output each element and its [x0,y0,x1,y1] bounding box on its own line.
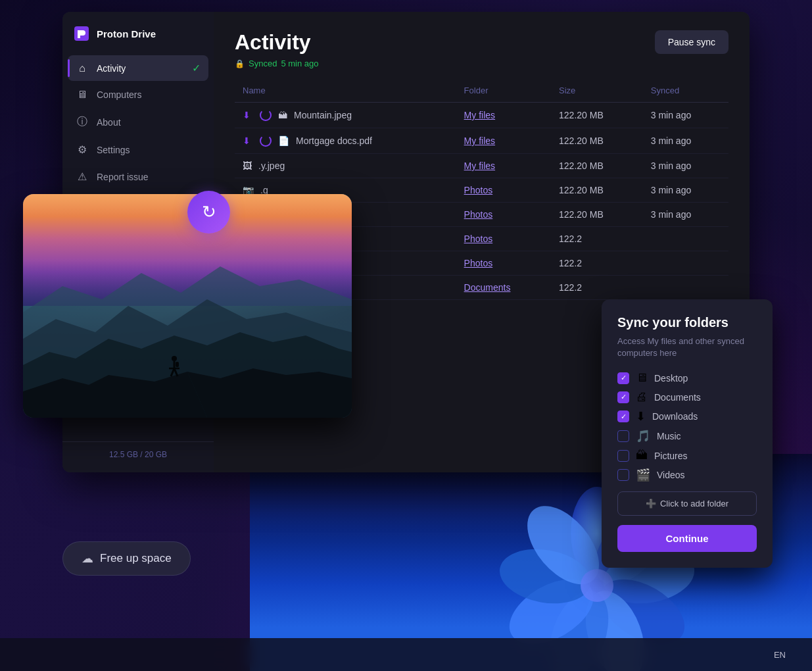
sync-status: 🔒 Synced 5 min ago [235,59,318,68]
col-size: Size [551,79,643,103]
sync-status-text: Synced [249,59,277,68]
file-size: 122.20 MB [551,103,643,128]
file-name: .y.jpeg [258,161,285,171]
file-synced: 3 min ago [643,128,728,154]
sync-icon: ↻ [202,202,216,222]
music-icon: 🎵 [636,429,650,443]
add-folder-label: Click to add folder [660,499,728,509]
file-synced [643,276,728,300]
folder-list: 🖥 Desktop 🖨 Documents ⬇ Downloads 🎵 Musi… [617,371,757,482]
sidebar-item-settings[interactable]: ⚙ Settings [68,137,208,162]
svg-point-17 [172,356,177,361]
file-synced: 3 min ago [643,154,728,178]
downloads-label: Downloads [652,411,698,422]
folder-item-music: 🎵 Music [617,429,757,443]
folder-link[interactable]: My files [464,161,495,171]
file-size: 122.20 MB [551,128,643,154]
pictures-checkbox[interactable] [617,450,629,462]
folder-link[interactable]: Documents [464,282,511,293]
folder-link[interactable]: Photos [464,234,493,244]
mountain-svg [23,239,352,418]
file-synced: 3 min ago [643,178,728,203]
file-synced: 3 min ago [643,203,728,227]
table-row: 🖼 .y.jpeg My files 122.20 MB 3 min ago [235,154,728,178]
file-size: 122.2 [551,276,643,300]
storage-info: 12.5 GB / 20 GB [73,450,203,459]
file-name: Mortgage docs.pdf [296,136,372,146]
videos-icon: 🎬 [636,468,650,482]
sidebar-item-about[interactable]: ⓘ About [68,109,208,136]
activity-badge: ✓ [192,62,201,74]
sync-popup-description: Access My files and other synced compute… [617,336,757,359]
mountain-image [23,194,352,418]
pictures-label: Pictures [654,451,688,461]
activity-label: Activity [97,63,126,74]
sidebar-item-activity[interactable]: ⌂ Activity ✓ [68,55,208,81]
downloads-checkbox[interactable] [617,410,629,422]
videos-label: Videos [657,470,685,480]
folder-item-videos: 🎬 Videos [617,468,757,482]
content-header: Activity 🔒 Synced 5 min ago Pause sync [235,30,728,68]
pause-sync-button[interactable]: Pause sync [655,30,728,54]
folder-link[interactable]: Photos [464,258,493,268]
file-size: 122.20 MB [551,154,643,178]
free-up-space-button[interactable]: ☁ Free up space [62,541,191,576]
sidebar-item-computers[interactable]: 🖥 Computers [68,82,208,107]
desktop-icon: 🖥 [636,371,648,385]
progress-ring [260,109,272,121]
folder-item-desktop: 🖥 Desktop [617,371,757,385]
col-synced: Synced [643,79,728,103]
computer-icon: 🖥 [76,89,89,101]
folder-link[interactable]: Photos [464,209,493,220]
computers-label: Computers [97,89,141,100]
sync-time-text: 5 min ago [281,59,318,68]
file-synced [643,227,728,251]
music-label: Music [657,431,681,441]
col-folder: Folder [456,79,551,103]
folder-link[interactable]: My files [464,136,495,146]
about-label: About [97,117,121,128]
add-folder-icon: ➕ [646,499,656,509]
col-name: Name [235,79,456,103]
add-folder-button[interactable]: ➕ Click to add folder [617,491,757,516]
videos-checkbox[interactable] [617,469,629,481]
file-name: Mountain.jpeg [294,110,352,120]
download-icon: ⬇ [243,136,251,146]
desktop-label: Desktop [654,373,688,384]
sync-fab-button[interactable]: ↻ [187,191,230,234]
sync-folders-popup: Sync your folders Access My files and ot… [602,299,773,568]
folder-link[interactable]: Photos [464,185,493,195]
cloud-icon: ☁ [82,551,93,566]
file-size: 122.20 MB [551,178,643,203]
svg-rect-22 [176,362,179,367]
app-title: Proton Drive [97,28,156,39]
documents-icon: 🖨 [636,390,648,404]
proton-logo-icon [73,25,90,42]
file-name-cell: 🖼 .y.jpeg [243,161,448,171]
file-synced [643,251,728,276]
folder-link[interactable]: My files [464,110,495,120]
svg-point-9 [581,569,613,602]
documents-label: Documents [654,392,701,403]
sidebar-header: Proton Drive [62,17,214,53]
desktop-checkbox[interactable] [617,372,629,384]
downloads-icon: ⬇ [636,409,646,424]
table-row: ⬇ 📄 Mortgage docs.pdf My files 122.20 MB… [235,128,728,154]
documents-checkbox[interactable] [617,391,629,403]
sidebar-item-report[interactable]: ⚠ Report issue [68,164,208,189]
file-synced: 3 min ago [643,103,728,128]
page-title: Activity [235,30,318,55]
file-name-cell: ⬇ 🏔 Mountain.jpeg [243,109,448,121]
file-size: 122.20 MB [551,203,643,227]
lock-icon: 🔒 [235,59,245,68]
free-space-label: Free up space [100,552,172,565]
report-label: Report issue [97,172,149,182]
file-size: 122.2 [551,251,643,276]
home-icon: ⌂ [76,62,89,74]
language-indicator: EN [774,650,786,660]
pictures-icon: 🏔 [636,449,648,462]
report-icon: ⚠ [76,170,89,183]
file-name-cell: ⬇ 📄 Mortgage docs.pdf [243,135,448,147]
music-checkbox[interactable] [617,430,629,442]
continue-button[interactable]: Continue [617,525,757,552]
